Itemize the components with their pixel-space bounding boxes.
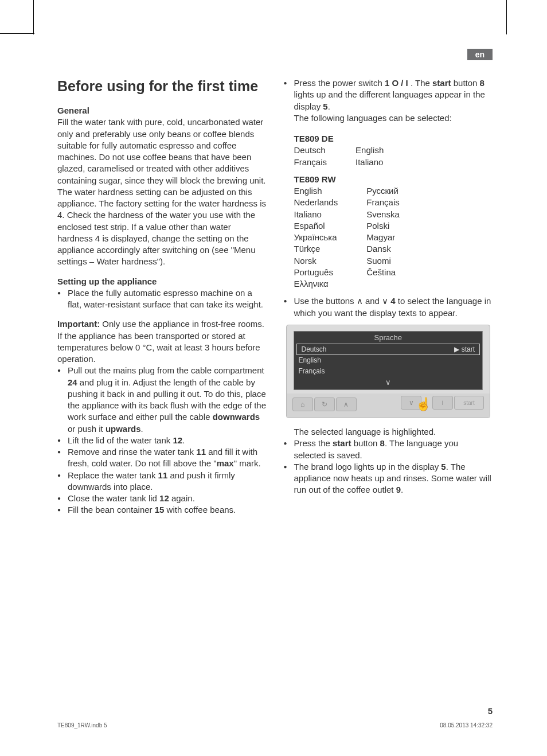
important-label: Important:	[57, 319, 100, 329]
brand-logo-item: The brand logo lights up in the display …	[284, 461, 493, 496]
footer-filename: TE809_1RW.indb 5	[57, 722, 107, 728]
setup-item-replace: Replace the water tank 11 and push it fi…	[57, 470, 267, 493]
chevron-down-icon: ∨	[294, 376, 483, 390]
language-badge: en	[467, 49, 493, 60]
display-title: Sprache	[294, 332, 483, 344]
page-content: en Before using for the first time Gener…	[57, 49, 493, 733]
important-block: Important: Only use the appliance in fro…	[57, 318, 267, 365]
rinse-icon: ↻	[314, 398, 335, 411]
setup-item-beans: Fill the bean container 15 with coffee b…	[57, 504, 267, 516]
general-heading: General	[57, 105, 267, 116]
power-switch-item: Press the power switch 1 O / I . The sta…	[284, 77, 493, 124]
pointing-hand-icon: ☝	[416, 396, 431, 413]
display-lang-row: English	[294, 355, 483, 365]
display-lang-row: Français	[294, 366, 483, 376]
languages-de: Deutsch Français English Italiano	[294, 145, 493, 168]
general-text-1: Fill the water tank with pure, cold, unc…	[57, 116, 267, 186]
page-number: 5	[488, 706, 493, 716]
start-button-mock: start	[454, 396, 484, 410]
footer: TE809_1RW.indb 5 08.05.2013 14:32:32	[57, 722, 493, 728]
right-column: Press the power switch 1 O / I . The sta…	[284, 77, 493, 516]
page-title: Before using for the first time	[57, 77, 267, 95]
setup-item-place: Place the fully automatic espresso machi…	[57, 287, 267, 311]
chevron-up-icon: ∧	[336, 398, 357, 411]
select-language-item: Use the buttons ∧ and ∨ 4 to select the …	[284, 295, 493, 319]
selected-highlighted-text: The selected language is highlighted.	[284, 426, 493, 438]
setup-item-plug: Pull out the mains plug from the cable c…	[57, 365, 267, 435]
left-column: Before using for the first time General …	[57, 77, 267, 516]
appliance-display-mock: Sprache Deutsch ▶ start English Français…	[286, 325, 491, 418]
home-icon: ⌂	[292, 398, 313, 411]
languages-rw: English Nederlands Italiano Español Укра…	[294, 185, 493, 290]
press-start-item: Press the start button 8. The language y…	[284, 438, 493, 461]
setup-item-lid: Lift the lid of the water tank 12.	[57, 435, 267, 446]
model-de-label: TE809 DE	[294, 133, 493, 145]
footer-timestamp: 08.05.2013 14:32:32	[440, 722, 493, 728]
setup-item-tank: Remove and rinse the water tank 11 and f…	[57, 446, 267, 470]
setup-item-close: Close the water tank lid 12 again.	[57, 493, 267, 504]
general-text-2: The water hardness setting can be adjust…	[57, 186, 267, 268]
setup-heading: Setting up the appliance	[57, 276, 267, 287]
display-lang-selected: Deutsch ▶ start	[296, 344, 480, 355]
info-icon: i	[432, 396, 453, 410]
model-rw-label: TE809 RW	[294, 174, 493, 185]
start-indicator: ▶ start	[454, 345, 475, 354]
